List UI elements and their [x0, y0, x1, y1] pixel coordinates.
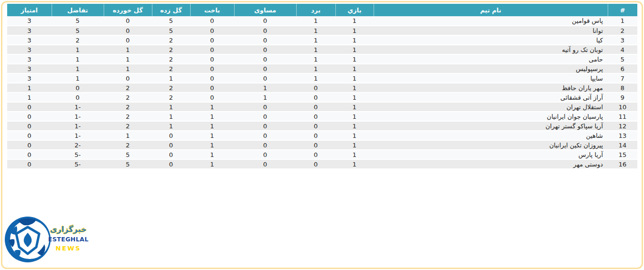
- cell-wins: 0: [296, 140, 335, 150]
- column-header-played: بازي: [335, 4, 374, 16]
- cell-losses: 0: [190, 73, 234, 83]
- table-row: 10استقلال تهران1001121-0: [7, 102, 637, 112]
- cell-played: 1: [335, 26, 374, 35]
- cell-goals_against: 1: [104, 64, 152, 73]
- cell-rank: 2: [608, 26, 637, 35]
- cell-draws: 0: [234, 16, 296, 26]
- table-row: 3کیا11002023: [7, 35, 637, 45]
- cell-wins: 1: [296, 73, 335, 83]
- cell-draws: 0: [234, 150, 296, 159]
- table-body: 1پاس قوامین110050532توانا110050533کیا110…: [7, 16, 637, 169]
- column-header-team: نام تیم: [374, 4, 608, 16]
- cell-goals_for: 1: [152, 112, 190, 121]
- cell-points: 0: [7, 140, 52, 150]
- cell-goal_diff: 1: [52, 54, 104, 64]
- cell-goals_against: 2: [104, 140, 152, 150]
- cell-goals_against: 1: [104, 54, 152, 64]
- cell-played: 1: [335, 45, 374, 54]
- cell-draws: 0: [234, 102, 296, 112]
- standings-table-container: #نام تیمبازيبردمساویباختگل زدهگل خوردهتف…: [7, 4, 637, 169]
- table-row: 13شاهین1001011-0: [7, 131, 637, 140]
- cell-points: 0: [7, 159, 52, 169]
- cell-points: 0: [7, 102, 52, 112]
- cell-played: 1: [335, 16, 374, 26]
- cell-draws: 0: [234, 140, 296, 150]
- cell-goal_diff: 1: [52, 64, 104, 73]
- cell-losses: 1: [190, 102, 234, 112]
- cell-goals_for: 2: [152, 45, 190, 54]
- cell-losses: 0: [190, 26, 234, 35]
- table-row: 2توانا11005053: [7, 26, 637, 35]
- cell-played: 1: [335, 35, 374, 45]
- cell-goals_for: 2: [152, 93, 190, 102]
- cell-goals_for: 0: [152, 159, 190, 169]
- cell-goal_diff: 0: [52, 93, 104, 102]
- cell-wins: 0: [296, 102, 335, 112]
- logo-text-block: خبرگزاری ESTEGHLAL NEWS: [47, 224, 90, 253]
- cell-rank: 14: [608, 140, 637, 150]
- cell-points: 1: [7, 83, 52, 93]
- cell-draws: 0: [234, 26, 296, 35]
- cell-rank: 9: [608, 93, 637, 102]
- cell-losses: 1: [190, 159, 234, 169]
- table-row: 11پارسیان جوان ایرانیان1001121-0: [7, 112, 637, 121]
- cell-wins: 0: [296, 93, 335, 102]
- cell-wins: 0: [296, 112, 335, 121]
- cell-played: 1: [335, 131, 374, 140]
- logo-subtitle-text: NEWS: [47, 244, 90, 253]
- logo-title-text: ESTEGHLAL: [47, 235, 90, 244]
- cell-goals_against: 2: [104, 83, 152, 93]
- cell-losses: 0: [190, 93, 234, 102]
- cell-goals_against: 0: [104, 35, 152, 45]
- cell-team: دوستی مهر: [374, 159, 608, 169]
- cell-points: 0: [7, 121, 52, 131]
- cell-wins: 1: [296, 45, 335, 54]
- cell-rank: 16: [608, 159, 637, 169]
- cell-played: 1: [335, 121, 374, 131]
- cell-goals_for: 1: [152, 102, 190, 112]
- cell-goals_against: 0: [104, 73, 152, 83]
- cell-played: 1: [335, 54, 374, 64]
- cell-goals_for: 1: [152, 73, 190, 83]
- cell-team: حامی: [374, 54, 608, 64]
- cell-draws: 0: [234, 64, 296, 73]
- cell-goal_diff: 5-: [52, 159, 104, 169]
- cell-goal_diff: 5: [52, 26, 104, 35]
- cell-goal_diff: 0: [52, 83, 104, 93]
- table-header: #نام تیمبازيبردمساویباختگل زدهگل خوردهتف…: [7, 4, 637, 16]
- cell-draws: 1: [234, 83, 296, 93]
- table-row: 7سایپا11001013: [7, 73, 637, 83]
- column-header-rank: #: [608, 4, 637, 16]
- cell-goals_for: 2: [152, 64, 190, 73]
- cell-wins: 1: [296, 64, 335, 73]
- cell-goals_for: 2: [152, 83, 190, 93]
- league-table: #نام تیمبازيبردمساویباختگل زدهگل خوردهتف…: [7, 4, 637, 169]
- table-row: 16دوستی مهر1001055-0: [7, 159, 637, 169]
- cell-losses: 0: [190, 54, 234, 64]
- cell-goal_diff: 2-: [52, 140, 104, 150]
- cell-team: آریا سپاکو گستر تهران: [374, 121, 608, 131]
- cell-played: 1: [335, 83, 374, 93]
- cell-losses: 0: [190, 35, 234, 45]
- cell-points: 3: [7, 73, 52, 83]
- cell-goals_against: 5: [104, 150, 152, 159]
- cell-draws: 0: [234, 112, 296, 121]
- cell-draws: 0: [234, 54, 296, 64]
- cell-played: 1: [335, 140, 374, 150]
- cell-goals_against: 2: [104, 112, 152, 121]
- cell-goals_against: 1: [104, 131, 152, 140]
- cell-goals_against: 2: [104, 102, 152, 112]
- cell-goals_against: 2: [104, 93, 152, 102]
- cell-team: توانا: [374, 26, 608, 35]
- cell-points: 3: [7, 64, 52, 73]
- cell-wins: 1: [296, 26, 335, 35]
- cell-rank: 4: [608, 45, 637, 54]
- cell-points: 0: [7, 131, 52, 140]
- cell-rank: 5: [608, 54, 637, 64]
- cell-losses: 1: [190, 112, 234, 121]
- cell-goals_against: 0: [104, 16, 152, 26]
- cell-goal_diff: 5-: [52, 150, 104, 159]
- cell-wins: 0: [296, 121, 335, 131]
- table-row: 6پرسپولیس11002113: [7, 64, 637, 73]
- cell-played: 1: [335, 64, 374, 73]
